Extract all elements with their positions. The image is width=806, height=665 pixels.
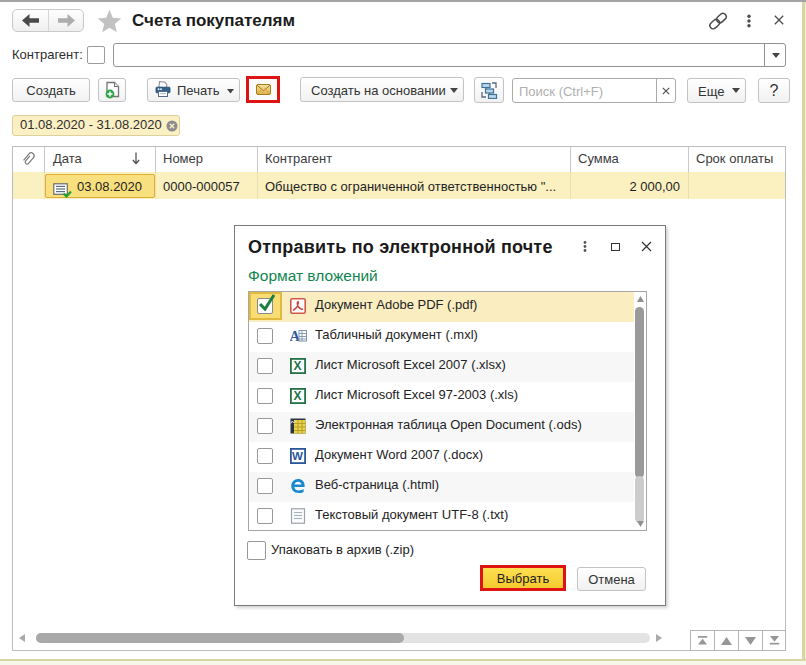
svg-text:W: W (292, 450, 303, 462)
svg-text:X: X (293, 359, 301, 373)
svg-text:X: X (293, 389, 301, 403)
